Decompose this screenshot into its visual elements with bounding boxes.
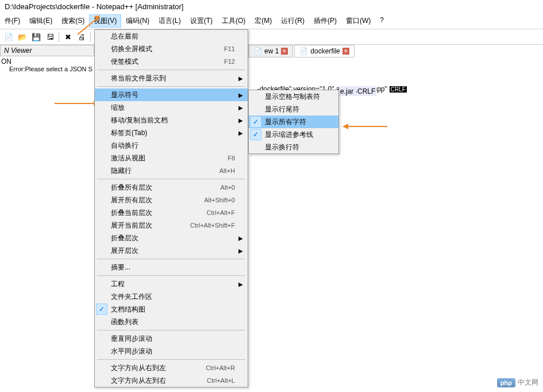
menu-label: 文字方向从右到左 [111, 363, 166, 373]
menu-item[interactable]: 插件(P) [309, 14, 341, 28]
menu-label: 便签模式 [111, 57, 138, 67]
menu-row[interactable]: ✓文档结构图 [95, 303, 248, 316]
menu-bar: 件(F)编辑(E)搜索(S)视图(V)编码(N)语言(L)设置(T)工具(O)宏… [0, 13, 543, 29]
menu-row[interactable]: 文件夹工作区 [95, 290, 248, 303]
editor-tab[interactable]: 📄dockerfile✕ [294, 45, 354, 57]
new-icon[interactable]: 📄 [2, 30, 15, 43]
close-icon[interactable]: ✕ [281, 48, 288, 55]
check-icon: ✓ [96, 303, 107, 315]
menu-row[interactable]: 折叠层次▶ [95, 232, 248, 244]
window-title: D:\IdeaProjects\dockerfile - Notepad++ [… [0, 0, 543, 13]
menu-label: 显示缩进参考线 [265, 130, 313, 140]
close-icon[interactable]: ✕ [342, 48, 349, 55]
menu-row[interactable]: 摘要... [95, 261, 248, 274]
open-icon[interactable]: 📂 [16, 30, 29, 43]
menu-item[interactable]: 设置(T) [186, 14, 217, 28]
menu-row[interactable]: 折叠当前层次Ctrl+Alt+F [95, 206, 248, 219]
menu-label: 工程 [111, 279, 125, 289]
menu-label: 移动/复制当前文档 [111, 116, 168, 125]
menu-item[interactable]: ? [375, 14, 388, 28]
menu-row[interactable]: 函数列表 [95, 316, 248, 328]
menu-row[interactable]: 折叠所有层次Alt+0 [95, 181, 248, 194]
saveall-icon[interactable]: 🖫 [44, 30, 56, 43]
menu-label: 自动换行 [111, 141, 138, 151]
menu-row[interactable]: 激活从视图F8 [95, 152, 248, 164]
menu-item[interactable]: 运行(R) [276, 14, 309, 28]
menu-item[interactable]: 工具(O) [217, 14, 250, 28]
separator [90, 32, 91, 42]
menu-item[interactable]: 件(F) [0, 14, 25, 28]
chevron-right-icon: ▶ [238, 117, 243, 124]
menu-label: 展开所有层次 [111, 195, 152, 205]
view-menu-dropdown: 总在最前切换全屏模式F11便签模式F12将当前文件显示到▶显示符号▶缩放▶移动/… [94, 29, 248, 387]
menu-separator [97, 275, 245, 276]
menu-item[interactable]: 视图(V) [89, 14, 121, 28]
menu-label: 摘要... [111, 263, 130, 272]
menu-separator [97, 359, 245, 360]
menu-separator [97, 86, 245, 87]
eol-marker: CRLF [390, 86, 407, 93]
menu-row[interactable]: 标签页(Tab)▶ [95, 126, 248, 139]
menu-separator [97, 330, 245, 330]
chevron-right-icon: ▶ [238, 105, 243, 111]
menu-label: 文档结构图 [111, 305, 145, 314]
close-icon[interactable]: ✖ [61, 30, 74, 43]
menu-row[interactable]: 水平同步滚动 [95, 345, 248, 358]
menu-label: 将当前文件显示到 [111, 74, 166, 83]
watermark-text: 中文网 [518, 378, 538, 387]
panel-title: N Viewer [0, 45, 94, 56]
menu-row[interactable]: 切换全屏模式F11 [95, 43, 248, 55]
print-icon[interactable]: 🖨 [75, 30, 88, 43]
editor-tab[interactable]: 📄ew 1✕ [248, 45, 293, 57]
save-icon[interactable]: 💾 [30, 30, 43, 43]
menu-item[interactable]: 语言(L) [154, 14, 186, 28]
menu-row[interactable]: 自动换行 [95, 139, 248, 152]
menu-row[interactable]: 显示符号▶ [95, 89, 248, 101]
menu-label: 展开层次 [111, 246, 138, 256]
submenu-row[interactable]: 显示换行符 [249, 141, 338, 153]
menu-row[interactable]: 垂直同步滚动 [95, 332, 248, 345]
menu-label: 总在最前 [111, 32, 138, 41]
menu-label: 激活从视图 [111, 153, 145, 163]
shortcut-text: Ctrl+Alt+L [207, 377, 235, 384]
menu-item[interactable]: 编辑(E) [25, 14, 57, 28]
annotation-arrow [55, 92, 101, 117]
menu-label: 缩放 [111, 103, 125, 113]
editor-line[interactable]: e.jar ·CRLF [339, 86, 376, 96]
shortcut-text: Alt+Shift+0 [204, 197, 235, 203]
submenu-row[interactable]: 显示行尾符 [249, 103, 338, 116]
menu-item[interactable]: 编码(N) [121, 14, 154, 28]
menu-row[interactable]: 将当前文件显示到▶ [95, 72, 248, 84]
menu-item[interactable]: 宏(M) [250, 14, 276, 28]
menu-row[interactable]: 文字方向从左到右Ctrl+Alt+L [95, 374, 248, 387]
svg-marker-5 [342, 124, 348, 129]
shortcut-text: F11 [224, 45, 235, 52]
menu-row[interactable]: 移动/复制当前文档▶ [95, 114, 248, 126]
menu-row[interactable]: 便签模式F12 [95, 55, 248, 68]
shortcut-text: Ctrl+Alt+F [206, 209, 235, 216]
shortcut-text: Ctrl+Alt+Shift+F [190, 222, 235, 229]
submenu-row[interactable]: ✓显示缩进参考线 [249, 128, 338, 141]
menu-row[interactable]: 展开层次▶ [95, 244, 248, 257]
menu-row[interactable]: 总在最前 [95, 30, 248, 43]
menu-row[interactable]: 展开所有层次Alt+Shift+0 [95, 194, 248, 206]
menu-label: 垂直同步滚动 [111, 334, 152, 344]
shortcut-text: F12 [224, 58, 235, 65]
menu-item[interactable]: 搜索(S) [57, 14, 89, 28]
menu-row[interactable]: 缩放▶ [95, 101, 248, 114]
chevron-right-icon: ▶ [238, 235, 243, 241]
submenu-row[interactable]: ✓显示所有字符 [249, 116, 338, 128]
submenu-row[interactable]: 显示空格与制表符 [249, 90, 338, 103]
menu-label: 标签页(Tab) [111, 128, 147, 138]
menu-row[interactable]: 工程▶ [95, 278, 248, 290]
menu-separator [97, 179, 245, 179]
menu-row[interactable]: 文字方向从右到左Ctrl+Alt+R [95, 362, 248, 374]
tab-label: dockerfile [310, 47, 340, 55]
menu-label: 显示行尾符 [265, 105, 299, 114]
chevron-right-icon: ▶ [238, 130, 243, 136]
menu-item[interactable]: 窗口(W) [341, 14, 375, 28]
menu-row[interactable]: 展开当前层次Ctrl+Alt+Shift+F [95, 219, 248, 232]
menu-label: 显示符号 [111, 90, 138, 100]
eol-marker: CRLF [357, 87, 375, 95]
menu-row[interactable]: 隐藏行Alt+H [95, 164, 248, 177]
